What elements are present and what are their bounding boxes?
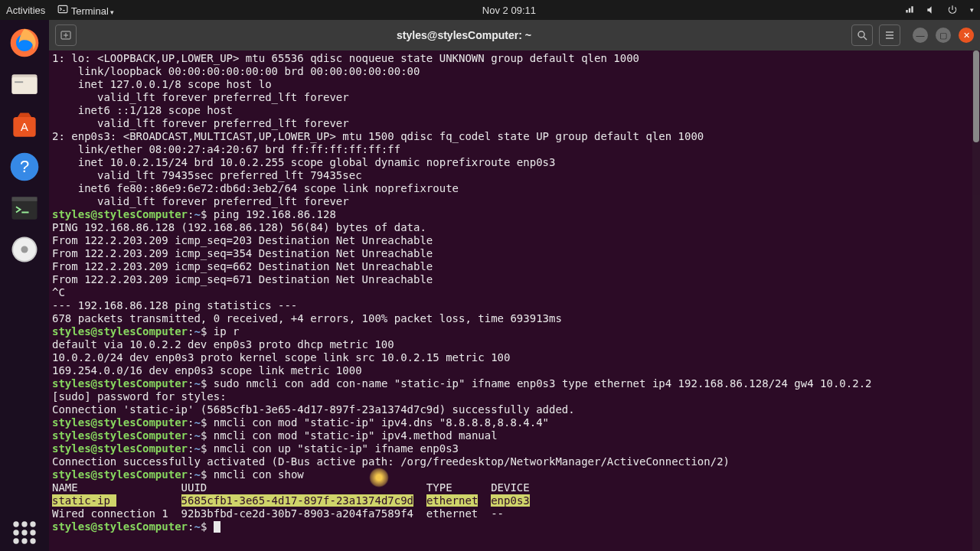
prompt-line: styles@stylesComputer:~$ nmcli con show	[52, 468, 977, 481]
dock-terminal[interactable]	[6, 190, 43, 227]
output-line: inet 127.0.0.1/8 scope host lo	[52, 78, 977, 91]
prompt-line: styles@stylesComputer:~$ nmcli con mod "…	[52, 416, 977, 429]
output-line: valid_lft 79435sec preferred_lft 79435se…	[52, 169, 977, 182]
terminal-icon	[57, 4, 68, 15]
output-line: 1: lo: <LOOPBACK,UP,LOWER_UP> mtu 65536 …	[52, 52, 977, 65]
power-icon[interactable]	[947, 5, 958, 15]
svg-rect-11	[12, 197, 38, 201]
output-line: inet6 fe80::86e9:6e72:db6d:3eb2/64 scope…	[52, 182, 977, 195]
svg-text:?: ?	[20, 157, 29, 176]
output-line: inet 10.0.2.15/24 brd 10.0.2.255 scope g…	[52, 156, 977, 169]
terminal-body[interactable]: 1: lo: <LOOPBACK,UP,LOWER_UP> mtu 65536 …	[49, 51, 980, 551]
output-line: From 122.2.203.209 icmp_seq=662 Destinat…	[52, 260, 977, 273]
scrollbar-thumb[interactable]	[973, 51, 979, 142]
cursor	[214, 521, 220, 533]
new-tab-button[interactable]	[55, 24, 77, 46]
prompt-line: styles@stylesComputer:~$	[52, 520, 977, 533]
output-line: From 122.2.203.209 icmp_seq=203 Destinat…	[52, 234, 977, 247]
output-line: valid_lft forever preferred_lft forever	[52, 91, 977, 104]
svg-point-18	[13, 530, 18, 535]
prompt-line: styles@stylesComputer:~$ sudo nmcli con …	[52, 377, 977, 390]
svg-point-25	[858, 31, 864, 37]
output-line: From 122.2.203.209 icmp_seq=671 Destinat…	[52, 273, 977, 286]
close-button[interactable]: ✕	[959, 28, 974, 43]
dock-help[interactable]: ?	[6, 148, 43, 185]
output-line: link/ether 08:00:27:a4:20:67 brd ff:ff:f…	[52, 143, 977, 156]
prompt-line: styles@stylesComputer:~$ nmcli con mod "…	[52, 429, 977, 442]
search-button[interactable]	[851, 24, 873, 46]
svg-rect-0	[58, 5, 67, 12]
dock-apps-grid[interactable]	[6, 514, 43, 551]
output-line: inet6 ::1/128 scope host	[52, 104, 977, 117]
svg-point-23	[30, 538, 35, 543]
dock-files[interactable]	[6, 66, 43, 103]
output-line: --- 192.168.86.128 ping statistics ---	[52, 299, 977, 312]
svg-text:A: A	[21, 121, 28, 133]
prompt-line: styles@stylesComputer:~$ ping 192.168.86…	[52, 208, 977, 221]
gnome-topbar: Activities Terminal▾ Nov 2 09:11 ▾	[0, 0, 980, 20]
svg-rect-4	[12, 77, 38, 94]
output-line: Connection successfully activated (D-Bus…	[52, 455, 977, 468]
dock-software[interactable]: A	[6, 107, 43, 144]
dock-disk[interactable]	[6, 231, 43, 268]
chevron-down-icon[interactable]: ▾	[970, 6, 974, 14]
dock: A ?	[0, 20, 49, 551]
output-line: valid_lft forever preferred_lft forever	[52, 117, 977, 130]
output-line: [sudo] password for styles:	[52, 390, 977, 403]
svg-rect-5	[15, 81, 23, 83]
svg-point-22	[21, 538, 27, 543]
window-title: styles@stylesComputer: ~	[83, 29, 845, 41]
svg-point-17	[30, 521, 35, 527]
maximize-button[interactable]: ▢	[936, 28, 951, 43]
activities-button[interactable]: Activities	[6, 5, 45, 16]
output-line: valid_lft forever preferred_lft forever	[52, 195, 977, 208]
prompt-line: styles@stylesComputer:~$ nmcli con up "s…	[52, 442, 977, 455]
output-line: ^C	[52, 286, 977, 299]
output-line: default via 10.0.2.2 dev enp0s3 proto dh…	[52, 338, 977, 351]
output-line: link/loopback 00:00:00:00:00:00 brd 00:0…	[52, 65, 977, 78]
svg-point-15	[13, 521, 18, 527]
svg-point-16	[21, 521, 27, 527]
svg-point-14	[21, 246, 28, 253]
table-row: static-ip 5685cfb1-3e65-4d17-897f-23a137…	[52, 494, 977, 507]
svg-point-21	[13, 538, 18, 543]
output-line: PING 192.168.86.128 (192.168.86.128) 56(…	[52, 221, 977, 234]
minimize-button[interactable]: —	[913, 28, 928, 43]
svg-point-20	[30, 530, 35, 535]
table-row: Wired connection 1 92b3bfbd-ce2d-30b7-89…	[52, 507, 977, 520]
output-line: 169.254.0.0/16 dev enp0s3 scope link met…	[52, 364, 977, 377]
output-line: 10.0.2.0/24 dev enp0s3 proto kernel scop…	[52, 351, 977, 364]
menu-button[interactable]	[879, 24, 900, 46]
network-icon[interactable]	[904, 5, 915, 15]
terminal-window: styles@stylesComputer: ~ — ▢ ✕ 1: lo: <L…	[49, 20, 980, 551]
app-menu-label: Terminal	[71, 5, 109, 17]
title-bar: styles@stylesComputer: ~ — ▢ ✕	[49, 20, 980, 51]
table-header: NAME UUID TYPE DEVICE	[52, 481, 977, 494]
svg-point-19	[21, 530, 27, 535]
output-line: From 122.2.203.209 icmp_seq=354 Destinat…	[52, 247, 977, 260]
clock[interactable]: Nov 2 09:11	[114, 5, 904, 16]
output-line: 2: enp0s3: <BROADCAST,MULTICAST,UP,LOWER…	[52, 130, 977, 143]
dock-firefox[interactable]	[6, 24, 43, 61]
scrollbar[interactable]	[972, 51, 980, 551]
terminal-app-menu[interactable]: Terminal▾	[57, 4, 114, 17]
output-line: 678 packets transmitted, 0 received, +4 …	[52, 312, 977, 325]
output-line: Connection 'static-ip' (5685cfb1-3e65-4d…	[52, 403, 977, 416]
volume-icon[interactable]	[926, 5, 936, 15]
prompt-line: styles@stylesComputer:~$ ip r	[52, 325, 977, 338]
